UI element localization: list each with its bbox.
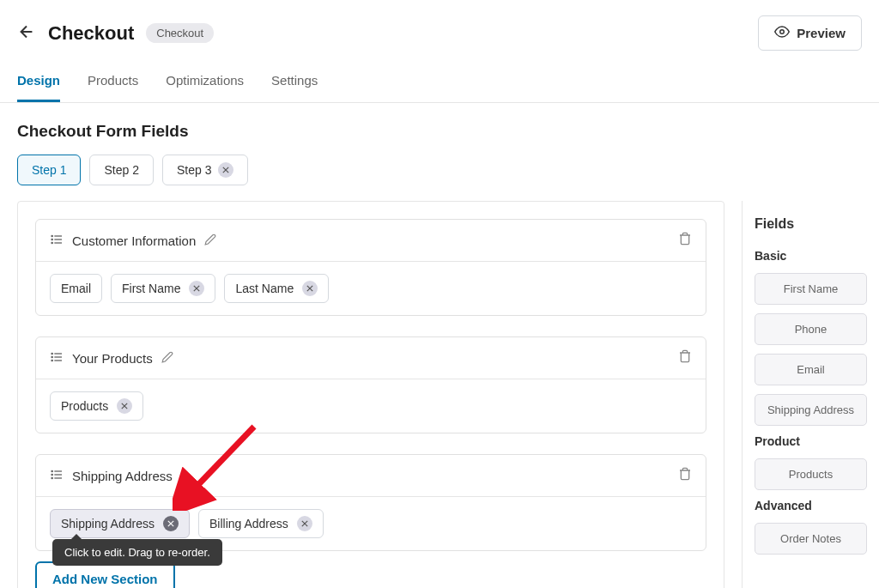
tooltip: Click to edit. Drag to re-order. [52, 539, 222, 566]
preview-button[interactable]: Preview [758, 15, 862, 51]
preview-label: Preview [797, 26, 846, 40]
field-chip-products[interactable]: Products [50, 391, 143, 421]
back-arrow[interactable] [17, 22, 36, 45]
svg-point-4 [52, 235, 52, 236]
section-customer-information: Customer Information Email [35, 219, 706, 316]
sidebar-group-advanced-title: Advanced [755, 499, 867, 512]
section-title: Checkout Form Fields [0, 103, 879, 155]
page-title: Checkout [48, 22, 134, 45]
field-chip-label: Billing Address [209, 517, 288, 530]
sidebar-field-first-name[interactable]: First Name [755, 273, 867, 305]
svg-point-17 [52, 474, 52, 475]
fields-sidebar: Fields Basic First Name Phone Email Ship… [742, 201, 879, 588]
sidebar-title: Fields [755, 216, 867, 232]
svg-point-16 [52, 470, 52, 471]
section-shipping-address: Shipping Address Shipping Address [35, 454, 706, 551]
pencil-icon[interactable] [161, 351, 173, 366]
svg-point-10 [52, 353, 52, 354]
step-3-button[interactable]: Step 3 [162, 155, 248, 185]
step-label: Step 3 [177, 163, 211, 177]
sidebar-field-phone[interactable]: Phone [755, 313, 867, 345]
field-chip-label: Shipping Address [61, 517, 155, 530]
steps-row: Step 1 Step 2 Step 3 [0, 155, 879, 201]
drag-handle-icon[interactable] [50, 350, 64, 367]
sidebar-field-order-notes[interactable]: Order Notes [755, 523, 867, 555]
trash-icon[interactable] [678, 349, 692, 367]
add-section-label: Add New Section [52, 572, 158, 586]
tab-settings[interactable]: Settings [271, 73, 318, 102]
sidebar-group-product-title: Product [755, 434, 867, 448]
field-chip-label: Products [61, 399, 108, 413]
remove-field-icon[interactable] [189, 281, 204, 296]
tab-optimizations[interactable]: Optimizations [166, 73, 244, 102]
tab-products[interactable]: Products [88, 73, 138, 102]
drag-handle-icon[interactable] [50, 233, 64, 249]
svg-point-6 [52, 242, 52, 243]
eye-icon [774, 24, 790, 42]
trash-icon[interactable] [678, 232, 692, 249]
svg-point-18 [52, 477, 52, 478]
field-chip-first-name[interactable]: First Name [111, 274, 215, 303]
field-chip-email[interactable]: Email [50, 274, 102, 303]
step-2-button[interactable]: Step 2 [89, 155, 153, 185]
field-chip-label: Last Name [235, 282, 294, 295]
sidebar-field-email[interactable]: Email [755, 354, 867, 385]
remove-field-icon[interactable] [302, 281, 318, 296]
pencil-icon[interactable] [204, 233, 216, 248]
svg-point-12 [52, 360, 52, 361]
sidebar-field-shipping-address[interactable]: Shipping Address [755, 394, 867, 426]
step-label: Step 2 [104, 163, 138, 177]
drag-handle-icon[interactable] [50, 468, 64, 484]
section-your-products: Your Products Products [35, 336, 706, 433]
field-chip-label: Email [61, 282, 91, 295]
field-chip-billing-address[interactable]: Billing Address [198, 509, 324, 538]
section-title-text: Shipping Address [72, 469, 173, 483]
svg-point-5 [52, 239, 52, 239]
svg-point-11 [52, 356, 52, 357]
remove-field-icon[interactable] [163, 516, 179, 531]
svg-point-0 [780, 30, 785, 34]
step-1-button[interactable]: Step 1 [17, 155, 81, 185]
section-title-text: Customer Information [72, 233, 196, 248]
sidebar-group-basic-title: Basic [755, 249, 867, 263]
trash-icon[interactable] [678, 467, 692, 484]
remove-field-icon[interactable] [117, 398, 132, 414]
page-badge: Checkout [146, 23, 214, 43]
step-label: Step 1 [32, 163, 66, 177]
section-title-text: Your Products [72, 351, 153, 366]
remove-step-icon[interactable] [218, 162, 233, 178]
sidebar-field-products[interactable]: Products [755, 458, 867, 490]
field-chip-label: First Name [122, 282, 180, 295]
tabs-nav: Design Products Optimizations Settings [0, 58, 879, 103]
field-chip-last-name[interactable]: Last Name [224, 274, 329, 303]
remove-field-icon[interactable] [297, 516, 312, 531]
tab-design[interactable]: Design [17, 73, 60, 102]
